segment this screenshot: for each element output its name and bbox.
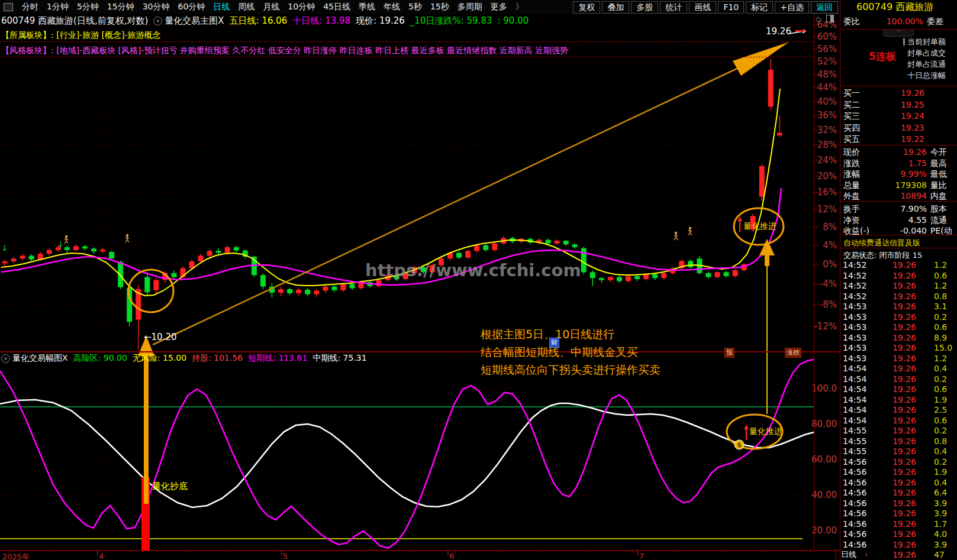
low-price-annotation: ←10.20 [144,332,177,342]
renewal-link[interactable]: 自动续费通达信普及版 [843,238,920,248]
quote-label: 净资 [843,215,860,226]
period-tab-30分钟[interactable]: 30分钟 [138,1,174,14]
tick-time: 14:53 [843,322,866,332]
tick-time: 14:53 [843,333,866,342]
tick-volume: 0.6 [934,416,947,425]
indicator-field: 短期线: 113.61 [248,353,307,364]
period-tab-年线[interactable]: 年线 [379,1,404,14]
period-tab-1分钟[interactable]: 1分钟 [43,1,73,14]
panel-toggle-icon[interactable] [826,15,834,22]
action-button-统计[interactable]: 统计 [660,1,687,14]
period-tab-周线[interactable]: 周线 [234,1,259,14]
quote-label: 换手 [843,204,860,215]
main-scale-label: 56% [817,44,837,54]
tick-price: 19.26 [877,312,916,322]
tick-volume: 0.2 [934,374,947,384]
period-tab-季线[interactable]: 季线 [355,1,379,14]
tick-time: 14:56 [843,467,866,477]
action-button-返回[interactable]: 返回 [811,1,838,14]
action-button-复权[interactable]: 复权 [573,1,600,14]
period-tab-5秒[interactable]: 5秒 [404,1,426,14]
chevron-right-icon[interactable]: 〉 [511,1,528,14]
tick-volume: 47 [934,550,945,559]
action-button-叠加[interactable]: 叠加 [602,1,629,14]
period-tab-15秒[interactable]: 15秒 [426,1,453,14]
action-button-标记[interactable]: 标记 [746,1,773,14]
period-tab-分时[interactable]: 分时 [18,1,43,14]
period-tab-45日线[interactable]: 45日线 [319,1,355,14]
buy-level-label: 买二 [843,100,860,111]
weibi-value: 100.00% [871,17,923,26]
seal-info-label: 当前封单额 [907,37,946,47]
sub-scale-label: 100.0 [811,383,837,394]
sub-indicator-name[interactable]: 量化交易幅图X [12,353,68,364]
board-count-badge: 5连板 [869,50,896,63]
diamond-icon[interactable]: ◇ [816,15,821,23]
indicator-field: 中期线: 75.31 [312,353,366,364]
tick-price: 19.26 [877,405,916,415]
chart-header: 600749 西藏旅游(日线,前复权,对数) v 量化交易主图X 五日线: 16… [1,15,534,27]
buy-level-label: 买四 [843,123,860,134]
period-tab-月线[interactable]: 月线 [259,1,283,14]
tick-time: 14:53 [843,354,866,363]
action-button-多股[interactable]: 多股 [631,1,658,14]
tick-time: 14:52 [843,281,866,290]
tick-volume: 0.6 [934,384,947,394]
tick-time: 14:56 [843,488,866,497]
buy-level-label: 买三 [843,111,860,122]
tick-price: 19.26 [877,457,916,467]
tick-price: 19.26 [877,281,916,290]
tick-time: 14:54 [843,364,866,373]
tick-time: 14:54 [843,416,866,425]
period-tab-多周期[interactable]: 多周期 [453,1,486,14]
action-button-F10[interactable]: F10 [718,1,744,14]
period-tab-15分钟[interactable]: 15分钟 [103,1,138,14]
indicator-field: 十日线: 13.98 [292,15,350,27]
quote-label-2: 最高 [930,158,947,169]
zhangbang-badge-icon[interactable]: 涨榜 [785,348,801,358]
main-scale-label: -8% [820,299,837,310]
quote-label-2: 最低 [930,169,947,180]
tick-time: 14:56 [843,499,866,508]
main-indicator-name[interactable]: 量化交易主图X [165,15,224,27]
tick-time: 14:52 [843,260,866,270]
buy-level-price: 19.25 [876,100,924,109]
period-tab-5分钟[interactable]: 5分钟 [73,1,103,14]
indicator-badge-icon[interactable]: v [153,17,162,25]
tick-price: 19.26 [877,426,916,435]
axis-month-label: 5 [283,552,288,560]
tick-price: 19.26 [877,499,916,508]
yu-badge-icon[interactable]: 预 [724,348,734,358]
sector2-links[interactable]: [地域]-西藏板块 [风格]-预计扭亏 并购重组预案 久不分红 低安全分 昨日涨… [56,46,568,55]
action-button-画线[interactable]: 画线 [689,1,716,14]
period-indicator[interactable]: 日线 [841,549,866,560]
tick-time: 14:53 [843,312,866,322]
indicator-values: 五日线: 16.06十日线: 13.98现价: 19.26_10日涨跌%: 59… [230,15,534,27]
weicha-label: 委差 [927,17,943,27]
watermark: https://www.cfchi.com [365,260,581,280]
period-toolbar: 分时1分钟5分钟15分钟30分钟60分钟日线周线月线10分钟45日线季线年线5秒… [0,0,840,14]
period-tab-60分钟[interactable]: 60分钟 [174,1,210,14]
main-scale-label: 0% [823,259,837,270]
tick-price: 19.26 [877,540,916,549]
cai-badge-icon[interactable]: 财 [549,338,559,348]
indicator-field: _10日涨跌%: 59.83 [410,15,492,27]
tick-volume: 0.6 [934,322,947,332]
main-scale-label: 32% [817,125,837,135]
period-tab-10分钟[interactable]: 10分钟 [283,1,319,14]
quote-label-2: 量比 [930,180,947,191]
tick-volume: 3.1 [934,302,947,311]
sector1-links[interactable]: [行业]-旅游 [概念]-旅游概念 [56,30,160,40]
period-tab-更多[interactable]: 更多 [486,1,511,14]
tick-time: 14:56 [843,457,866,467]
quote-value: 7.90% [869,204,927,213]
axis-month-label: 6 [449,552,454,560]
period-tab-日线[interactable]: 日线 [209,1,234,14]
indicator-badge-icon[interactable]: v [1,354,10,363]
axis-month-label: 7 [639,552,644,560]
action-button-+自选[interactable]: +自选 [775,1,809,14]
tick-time: 14:52 [843,292,866,301]
collapse-tab-chevron-up-icon[interactable]: ^ [883,30,914,37]
window-icon[interactable] [4,3,13,11]
main-scale-label: 48% [817,69,837,80]
